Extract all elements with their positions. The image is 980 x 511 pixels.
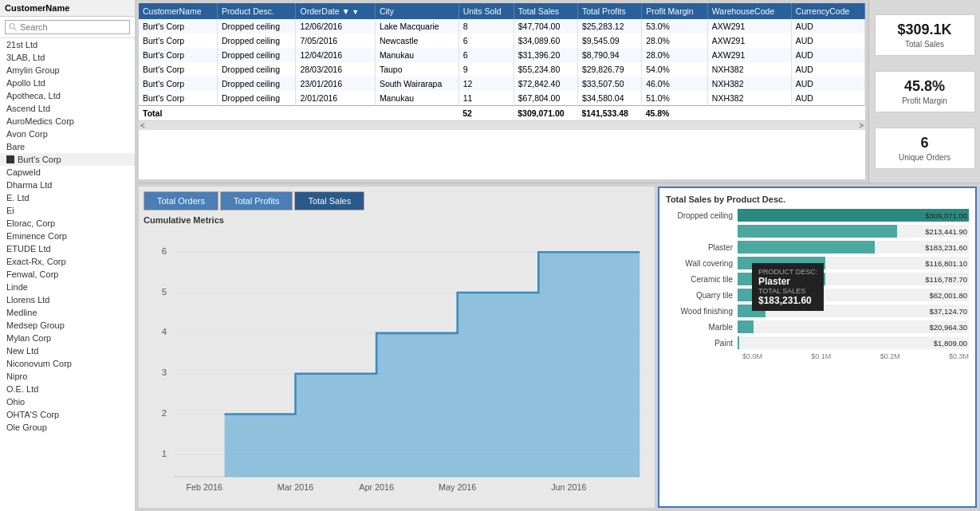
sidebar-item-etude-ltd[interactable]: ETUDE Ltd	[0, 242, 135, 255]
kpi-label: Profit Margin	[879, 96, 971, 105]
svg-text:6: 6	[162, 246, 167, 256]
col-header-city[interactable]: City	[375, 3, 459, 19]
sidebar-item-eminence-corp[interactable]: Eminence Corp	[0, 230, 135, 242]
cell-totalsales: $55,234.80	[514, 62, 577, 77]
col-header-productdesc[interactable]: Product Desc.	[218, 3, 296, 19]
sidebar-item-dharma-ltd[interactable]: Dharma Ltd	[0, 179, 135, 191]
sidebar-item-apotheca,-ltd[interactable]: Apotheca, Ltd	[0, 89, 135, 102]
cell-unitssold: 12	[459, 77, 514, 91]
bar-fill	[738, 241, 875, 254]
customer-name-label: Medsep Group	[6, 320, 65, 330]
table-row: Burt's CorpDropped ceiling12/04/2016Manu…	[139, 48, 865, 62]
svg-text:Feb 2016: Feb 2016	[186, 482, 222, 492]
bar-fill	[738, 273, 825, 285]
customer-name-label: Fenwal, Corp	[6, 269, 58, 279]
sidebar-item-medline[interactable]: Medline	[0, 306, 135, 319]
sidebar-item-ohta's-corp[interactable]: OHTA'S Corp	[0, 408, 135, 421]
cell-warehousecode: NXH382	[707, 62, 791, 77]
sidebar-item-e.-ltd[interactable]: E. Ltd	[0, 191, 135, 204]
kpi-card: 6Unique Orders	[875, 128, 975, 169]
sidebar-item-capweld[interactable]: Capweld	[0, 166, 135, 179]
scroll-right-arrow[interactable]: >	[859, 121, 864, 130]
col-header-profitmargin[interactable]: Profit Margin	[642, 3, 708, 19]
sidebar-item-3lab,-ltd[interactable]: 3LAB, Ltd	[0, 51, 135, 64]
cell-profitmargin: 46.0%	[642, 77, 708, 91]
top-section: CustomerNameProduct Desc.OrderDate ▼City…	[136, 0, 980, 183]
svg-point-0	[10, 24, 14, 29]
cell-customername: Burt's Corp	[139, 62, 218, 77]
cell-warehousecode: AXW291	[707, 48, 791, 62]
svg-text:3: 3	[162, 368, 167, 377]
sidebar-item-ohio[interactable]: Ohio	[0, 395, 135, 408]
cell-totalsales: $47,704.00	[514, 19, 577, 33]
footer-cell-totalprofits: $141,533.48	[577, 106, 641, 121]
chart-tab-total-profits[interactable]: Total Profits	[220, 191, 293, 210]
sidebar-item-medsep-group[interactable]: Medsep Group	[0, 319, 135, 332]
sidebar-item-amylin-group[interactable]: Amylin Group	[0, 64, 135, 77]
kpi-panel: $309.1KTotal Sales45.8%Profit Margin6Uni…	[868, 0, 980, 183]
bar-row-4: Ceramic tile$116,787.70	[666, 273, 969, 285]
kpi-card: 45.8%Profit Margin	[875, 71, 975, 112]
col-header-unitssold[interactable]: Units Sold	[459, 3, 514, 19]
col-header-totalsales[interactable]: Total Sales	[514, 3, 577, 19]
sidebar-item-avon-corp[interactable]: Avon Corp	[0, 128, 135, 140]
customer-name-label: Medline	[6, 308, 37, 317]
selection-indicator	[6, 155, 14, 163]
col-header-currencycode[interactable]: CurrencyCode	[791, 3, 864, 19]
cell-productdesc: Dropped ceiling	[218, 33, 296, 48]
sidebar-item-apollo-ltd[interactable]: Apollo Ltd	[0, 77, 135, 89]
cell-orderdate: 23/01/2016	[296, 77, 375, 91]
bar-fill	[738, 320, 754, 333]
sidebar-item-exact-rx,-corp[interactable]: Exact-Rx, Corp	[0, 255, 135, 268]
sidebar-item-mylan-corp[interactable]: Mylan Corp	[0, 332, 135, 344]
chart-tab-total-sales[interactable]: Total Sales	[294, 191, 364, 210]
kpi-value: 6	[879, 135, 971, 151]
sidebar-item-21st-ltd[interactable]: 21st Ltd	[0, 38, 135, 51]
line-chart-svg: 6 5 4 3 2 1	[144, 228, 650, 503]
sidebar-item-new-ltd[interactable]: New Ltd	[0, 344, 135, 357]
sidebar-item-linde[interactable]: Linde	[0, 281, 135, 293]
footer-cell-currencycode	[791, 106, 864, 121]
bar-label: Ceramic tile	[666, 275, 738, 284]
sidebar-item-o.e.-ltd[interactable]: O.E. Ltd	[0, 383, 135, 395]
col-header-customername[interactable]: CustomerName	[139, 3, 218, 19]
sidebar-item-elorac,-corp[interactable]: Elorac, Corp	[0, 217, 135, 230]
sidebar-item-ei[interactable]: Ei	[0, 204, 135, 217]
footer-cell-orderdate	[296, 106, 375, 121]
search-input[interactable]	[20, 22, 126, 32]
customer-name-label: Linde	[6, 282, 28, 292]
col-header-warehousecode[interactable]: WarehouseCode	[707, 3, 791, 19]
sidebar-item-niconovum-corp[interactable]: Niconovum Corp	[0, 357, 135, 370]
cell-city: South Wairarapa	[375, 77, 459, 91]
chart-tab-total-orders[interactable]: Total Orders	[144, 191, 218, 210]
bar-row-8: Paint$1,809.00	[666, 336, 969, 349]
sidebar-item-llorens-ltd[interactable]: Llorens Ltd	[0, 293, 135, 306]
bar-label: Quarry tile	[666, 291, 738, 300]
sidebar-item-ole-group[interactable]: Ole Group	[0, 421, 135, 434]
sidebar-item-auromedics-corp[interactable]: AuroMedics Corp	[0, 115, 135, 128]
sidebar-item-bare[interactable]: Bare	[0, 140, 135, 153]
customer-name-label: Ole Group	[6, 423, 47, 432]
sidebar-item-ascend-ltd[interactable]: Ascend Ltd	[0, 102, 135, 115]
sidebar-item-fenwal,-corp[interactable]: Fenwal, Corp	[0, 268, 135, 281]
bar-track: $116,787.70	[738, 273, 969, 285]
bar-value-label: $20,964.30	[929, 320, 967, 333]
sidebar-item-burt's-corp[interactable]: Burt's Corp	[0, 153, 135, 166]
sidebar-item-nipro[interactable]: Nipro	[0, 370, 135, 383]
bar-row-3: Wall covering$116,801.10	[666, 257, 969, 269]
col-header-orderdate[interactable]: OrderDate ▼	[296, 3, 375, 19]
cell-warehousecode: NXH382	[707, 91, 791, 106]
cell-city: Manukau	[375, 48, 459, 62]
cell-city: Newcastle	[375, 33, 459, 48]
col-header-totalprofits[interactable]: Total Profits	[577, 3, 641, 19]
svg-text:Mar 2016: Mar 2016	[277, 482, 314, 492]
bar-track: $116,801.10	[738, 257, 969, 269]
scroll-left-arrow[interactable]: <	[140, 121, 145, 130]
customer-name-label: Bare	[6, 142, 25, 151]
search-container	[0, 17, 135, 38]
search-icon	[9, 22, 18, 32]
bar-value-label: $309,071.00	[925, 209, 967, 222]
bar-rows-container: PRODUCT DESC: Plaster TOTAL SALES $183,2…	[666, 209, 969, 349]
bar-fill	[738, 305, 766, 317]
bar-row-7: Marble$20,964.30	[666, 320, 969, 333]
